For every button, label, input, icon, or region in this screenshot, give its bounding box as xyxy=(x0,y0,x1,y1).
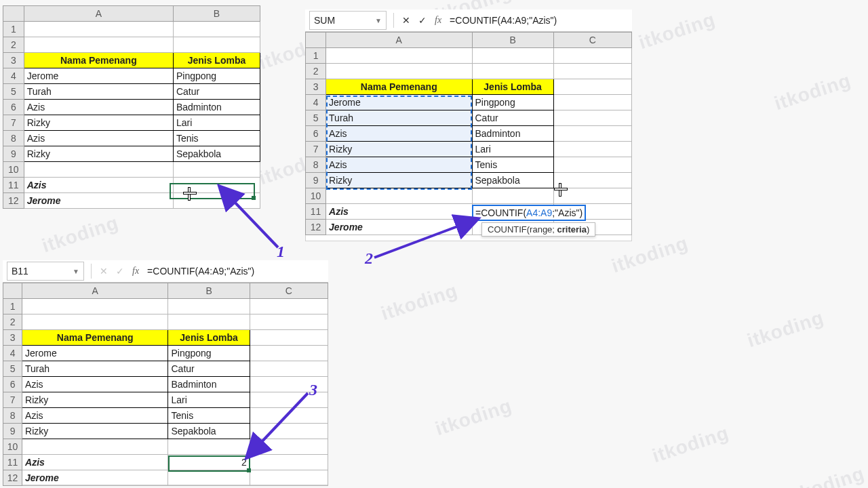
name-box[interactable]: B11 ▼ xyxy=(7,262,84,281)
row-header[interactable]: 5 xyxy=(306,110,326,126)
cell[interactable]: Turah xyxy=(22,361,168,377)
row-header[interactable]: 8 xyxy=(3,131,24,146)
name-box[interactable]: SUM ▼ xyxy=(309,11,387,30)
cell[interactable]: Tenis xyxy=(173,131,260,146)
row-header[interactable]: 2 xyxy=(3,37,24,53)
row-header[interactable]: 3 xyxy=(3,53,24,68)
cell[interactable]: Sepakbola xyxy=(168,424,250,439)
cell[interactable]: Rizky xyxy=(22,424,168,439)
cell[interactable]: Jerome xyxy=(326,95,472,110)
spreadsheet-1[interactable]: A B 1 2 3 Nama Pemenang Jenis Lomba 4Jer… xyxy=(3,5,260,209)
row-header[interactable]: 2 xyxy=(3,314,22,330)
col-header-B[interactable]: B xyxy=(173,6,260,22)
cell[interactable]: Badminton xyxy=(472,126,553,142)
col-header-C[interactable]: C xyxy=(250,283,328,299)
formula-input[interactable]: =COUNTIF(A4:A9;"Azis") xyxy=(143,266,328,277)
row-header[interactable]: 9 xyxy=(3,146,24,162)
cell[interactable]: Rizky xyxy=(24,115,173,131)
fx-icon[interactable]: fx xyxy=(435,15,441,26)
row-header[interactable]: 10 xyxy=(306,188,326,204)
row-header[interactable]: 4 xyxy=(3,68,24,84)
row-header[interactable]: 7 xyxy=(3,115,24,131)
row-header[interactable]: 6 xyxy=(306,126,326,142)
cell[interactable]: Azis xyxy=(326,157,472,173)
cell[interactable]: Rizky xyxy=(24,146,173,162)
cell[interactable]: Azis xyxy=(24,100,173,115)
col-header-A[interactable]: A xyxy=(22,283,168,299)
cell[interactable]: Sepakbola xyxy=(472,173,553,188)
cell-B11-result[interactable]: 2 xyxy=(168,455,250,470)
row-header[interactable]: 3 xyxy=(306,79,326,95)
cell-editor[interactable]: =COUNTIF(A4:A9;"Azis") xyxy=(472,205,586,221)
spreadsheet-3[interactable]: A B C 1 2 3 Nama Pemenang Jenis Lomba 4J… xyxy=(3,283,328,486)
cell[interactable]: Lari xyxy=(168,392,250,408)
cell[interactable]: Pingpong xyxy=(472,95,553,110)
row-header[interactable]: 5 xyxy=(3,361,22,377)
row-header[interactable]: 9 xyxy=(306,173,326,188)
cancel-icon[interactable]: ✕ xyxy=(398,12,414,28)
cell[interactable]: Sepakbola xyxy=(173,146,260,162)
row-header[interactable]: 6 xyxy=(3,377,22,392)
select-all-corner[interactable] xyxy=(306,33,326,48)
row-header[interactable]: 4 xyxy=(3,346,22,361)
cell[interactable]: Jerome xyxy=(22,346,168,361)
cell[interactable]: Lari xyxy=(173,115,260,131)
row-header[interactable]: 1 xyxy=(3,22,24,37)
cell[interactable]: Lari xyxy=(472,142,553,157)
col-header-C[interactable]: C xyxy=(553,33,631,48)
row-header[interactable]: 5 xyxy=(3,84,24,100)
row-header[interactable]: 4 xyxy=(306,95,326,110)
row-header[interactable]: 12 xyxy=(306,220,326,235)
row-header[interactable]: 3 xyxy=(3,330,22,346)
cell[interactable]: Pingpong xyxy=(173,68,260,84)
cell[interactable]: Badminton xyxy=(173,100,260,115)
row-header[interactable]: 8 xyxy=(3,408,22,424)
query-name[interactable]: Azis xyxy=(326,204,472,220)
row-header[interactable]: 11 xyxy=(306,204,326,220)
cell[interactable]: Rizky xyxy=(326,142,472,157)
cell[interactable]: Rizky xyxy=(22,392,168,408)
query-name[interactable]: Jerome xyxy=(24,193,173,209)
cell-B11[interactable] xyxy=(173,178,260,193)
chevron-down-icon[interactable]: ▼ xyxy=(73,268,79,275)
cell[interactable]: Pingpong xyxy=(168,346,250,361)
cell[interactable]: Catur xyxy=(472,110,553,126)
row-header[interactable]: 1 xyxy=(306,48,326,64)
cell[interactable]: Turah xyxy=(24,84,173,100)
row-header[interactable]: 1 xyxy=(3,299,22,314)
cell[interactable]: Azis xyxy=(22,377,168,392)
query-name[interactable]: Jerome xyxy=(22,470,168,486)
cell[interactable]: Rizky xyxy=(326,173,472,188)
row-header[interactable]: 11 xyxy=(3,178,24,193)
row-header[interactable]: 7 xyxy=(306,142,326,157)
row-header[interactable]: 10 xyxy=(3,162,24,178)
fx-icon[interactable]: fx xyxy=(132,266,139,277)
cell[interactable]: Turah xyxy=(326,110,472,126)
query-name[interactable]: Azis xyxy=(24,178,173,193)
select-all-corner[interactable] xyxy=(3,283,22,299)
col-header-B[interactable]: B xyxy=(168,283,250,299)
select-all-corner[interactable] xyxy=(3,6,24,22)
row-header[interactable]: 6 xyxy=(3,100,24,115)
row-header[interactable]: 12 xyxy=(3,193,24,209)
col-header-A[interactable]: A xyxy=(24,6,173,22)
row-header[interactable]: 8 xyxy=(306,157,326,173)
col-header-A[interactable]: A xyxy=(326,33,472,48)
cell[interactable]: Tenis xyxy=(168,408,250,424)
query-name[interactable]: Azis xyxy=(22,455,168,470)
cell[interactable]: Azis xyxy=(24,131,173,146)
row-header[interactable]: 12 xyxy=(3,470,22,486)
enter-icon[interactable]: ✓ xyxy=(414,12,431,28)
cell[interactable]: Badminton xyxy=(168,377,250,392)
cell[interactable]: Jerome xyxy=(24,68,173,84)
cell[interactable]: Catur xyxy=(173,84,260,100)
cell[interactable]: Catur xyxy=(168,361,250,377)
row-header[interactable]: 11 xyxy=(3,455,22,470)
col-header-B[interactable]: B xyxy=(472,33,553,48)
cell[interactable]: Tenis xyxy=(472,157,553,173)
row-header[interactable]: 9 xyxy=(3,424,22,439)
cell[interactable]: Azis xyxy=(326,126,472,142)
row-header[interactable]: 2 xyxy=(306,64,326,79)
row-header[interactable]: 10 xyxy=(3,439,22,455)
query-name[interactable]: Jerome xyxy=(326,220,472,235)
